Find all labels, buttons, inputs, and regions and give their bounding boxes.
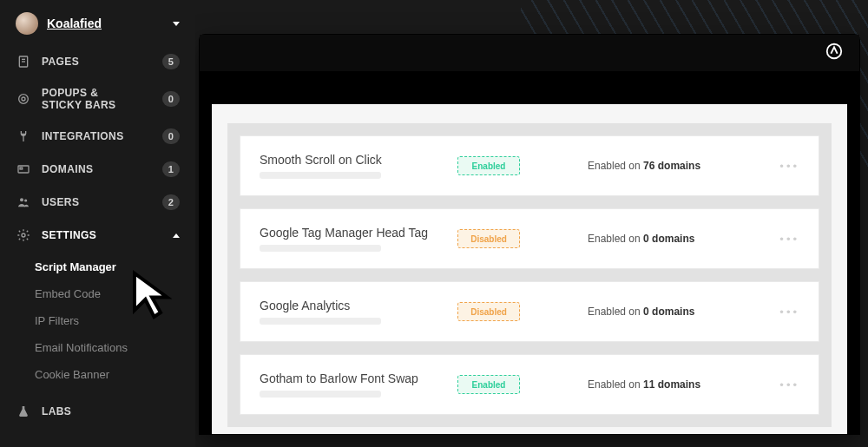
nav-count-badge: 1 — [162, 161, 180, 177]
nav-users[interactable]: USERS 2 — [0, 186, 195, 219]
more-menu-icon[interactable]: ••• — [779, 306, 799, 319]
script-row[interactable]: Google Analytics Disabled Enabled on 0 d… — [240, 281, 819, 342]
users-icon — [16, 194, 31, 210]
subnav-email-notifications[interactable]: Email Notifications — [0, 334, 195, 361]
nav-count-badge: 0 — [162, 128, 180, 144]
domain-count-text: Enabled on 0 domains — [588, 306, 764, 318]
script-row[interactable]: Gotham to Barlow Font Swap Enabled Enabl… — [240, 354, 819, 415]
nav-settings[interactable]: SETTINGS — [0, 219, 195, 252]
script-description-placeholder — [260, 172, 381, 179]
nav-label: POPUPS & STICKY BARS — [42, 87, 141, 111]
nav-label: INTEGRATIONS — [42, 130, 124, 142]
script-name: Google Analytics — [260, 299, 442, 312]
more-menu-icon[interactable]: ••• — [779, 233, 799, 246]
nav-integrations[interactable]: INTEGRATIONS 0 — [0, 120, 195, 153]
nav-popups[interactable]: POPUPS & STICKY BARS 0 — [0, 78, 195, 120]
nav-label: SETTINGS — [42, 229, 96, 241]
gear-icon — [16, 227, 31, 243]
svg-point-8 — [24, 199, 27, 201]
nav-label: USERS — [42, 196, 79, 208]
nav-label: LABS — [42, 405, 71, 417]
script-name: Google Tag Manager Head Tag — [260, 226, 442, 240]
svg-point-7 — [20, 198, 23, 201]
svg-point-4 — [22, 97, 25, 101]
more-menu-icon[interactable]: ••• — [779, 378, 799, 391]
chevron-down-icon — [173, 22, 180, 26]
status-badge: Enabled — [457, 375, 520, 394]
flask-icon — [16, 404, 31, 419]
nav-pages[interactable]: PAGES 5 — [0, 45, 195, 78]
nav-label: PAGES — [42, 56, 79, 68]
target-icon — [16, 91, 31, 107]
nav-count-badge: 5 — [162, 54, 180, 69]
scripts-list: Smooth Scroll on Click Enabled Enabled o… — [227, 123, 832, 427]
nav-label: DOMAINS — [42, 163, 93, 175]
domain-icon — [16, 161, 31, 177]
domain-count-text: Enabled on 11 domains — [588, 378, 764, 391]
content-area: Smooth Scroll on Click Enabled Enabled o… — [212, 104, 847, 434]
nav-domains[interactable]: DOMAINS 1 — [0, 153, 195, 186]
svg-point-3 — [19, 95, 29, 104]
nav-count-badge: 0 — [162, 91, 180, 107]
svg-rect-6 — [20, 168, 23, 169]
status-badge: Disabled — [457, 229, 520, 248]
script-description-placeholder — [260, 391, 381, 398]
more-menu-icon[interactable]: ••• — [779, 160, 799, 173]
subnav-cookie-banner[interactable]: Cookie Banner — [0, 361, 195, 388]
cursor-icon — [126, 269, 178, 325]
script-description-placeholder — [260, 245, 381, 252]
script-name: Gotham to Barlow Font Swap — [260, 371, 442, 385]
script-description-placeholder — [260, 318, 381, 325]
plug-icon — [16, 128, 31, 144]
status-badge: Disabled — [457, 302, 520, 321]
svg-point-9 — [22, 233, 25, 237]
primary-nav: PAGES 5 POPUPS & STICKY BARS 0 INTEGRATI… — [0, 45, 195, 428]
chevron-up-icon — [173, 233, 180, 238]
nav-labs[interactable]: LABS — [0, 395, 195, 428]
domain-count-text: Enabled on 0 domains — [588, 233, 764, 245]
main-panel: Smooth Scroll on Click Enabled Enabled o… — [200, 35, 859, 434]
account-switcher[interactable]: Koalafied — [0, 0, 195, 45]
topbar — [200, 35, 859, 71]
domain-count-text: Enabled on 76 domains — [588, 160, 764, 172]
sidebar: Koalafied PAGES 5 POPUPS & STICKY BARS 0… — [0, 0, 195, 447]
script-name: Smooth Scroll on Click — [260, 153, 442, 167]
username: Koalafied — [47, 16, 102, 30]
page-icon — [16, 54, 31, 69]
status-badge: Enabled — [457, 156, 520, 175]
brand-icon — [825, 42, 844, 64]
script-row[interactable]: Google Tag Manager Head Tag Disabled Ena… — [240, 208, 819, 269]
nav-count-badge: 2 — [162, 194, 180, 210]
avatar — [16, 12, 38, 35]
script-row[interactable]: Smooth Scroll on Click Enabled Enabled o… — [240, 135, 819, 196]
